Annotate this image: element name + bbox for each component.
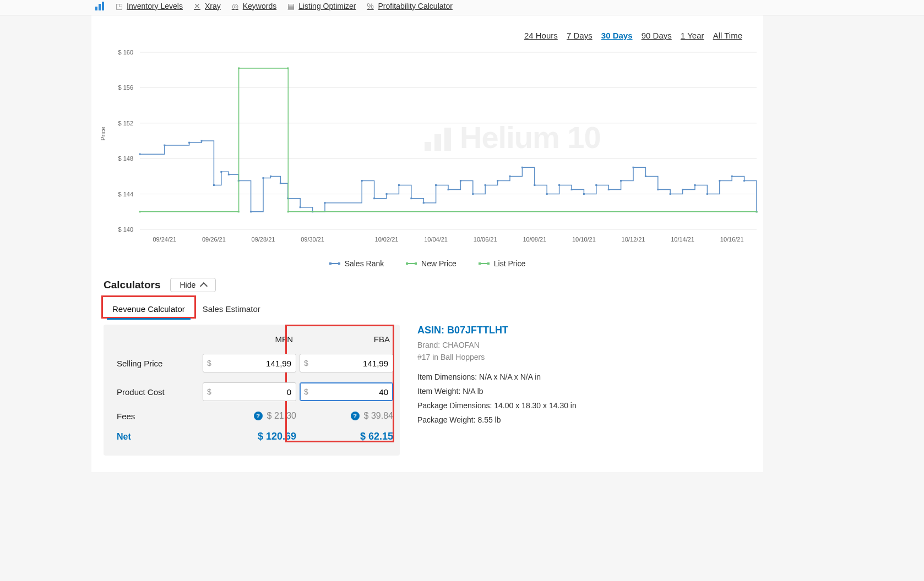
svg-rect-40: [270, 176, 271, 177]
time-range-selector: 24 Hours 7 Days 30 Days 90 Days 1 Year A…: [91, 15, 763, 48]
svg-rect-60: [534, 184, 535, 186]
legend-list-price[interactable]: List Price: [479, 259, 526, 268]
top-toolbar: ◳Inventory Levels ✕Xray ◎Keywords ▤Listi…: [0, 0, 924, 15]
svg-rect-38: [250, 211, 252, 212]
brand-text: Brand: CHAOFAN: [417, 341, 726, 349]
range-90d[interactable]: 90 Days: [642, 31, 672, 40]
page-icon: ▤: [286, 2, 295, 10]
svg-rect-54: [460, 180, 461, 182]
svg-rect-71: [670, 193, 671, 195]
svg-text:$ 156: $ 156: [118, 84, 133, 91]
svg-rect-73: [694, 184, 696, 186]
price-chart[interactable]: Price Helium 10 $ 140$ 144$ 148$ 152$ 15…: [101, 48, 763, 246]
row-net: Net: [117, 432, 199, 442]
nav-keywords[interactable]: ◎Keywords: [231, 2, 276, 10]
svg-rect-34: [213, 184, 215, 186]
svg-text:09/26/21: 09/26/21: [202, 236, 226, 243]
mfn-product-cost-input[interactable]: [203, 382, 296, 401]
tab-sales-estimator[interactable]: Sales Estimator: [194, 299, 269, 319]
svg-rect-59: [521, 167, 523, 168]
svg-rect-84: [756, 211, 758, 212]
svg-rect-39: [263, 177, 264, 179]
svg-text:$ 144: $ 144: [118, 191, 133, 198]
svg-rect-83: [287, 211, 289, 212]
svg-rect-32: [188, 142, 190, 144]
svg-rect-68: [633, 167, 634, 168]
range-30d[interactable]: 30 Days: [601, 31, 633, 40]
svg-rect-81: [238, 67, 240, 69]
rank-text: #17 in Ball Hoppers: [417, 353, 726, 361]
dollar-icon: $: [304, 359, 308, 368]
svg-rect-56: [485, 184, 486, 186]
row-selling-price: Selling Price: [117, 359, 199, 368]
hide-button[interactable]: Hide: [170, 278, 216, 292]
fba-net: $ 62.15: [300, 431, 393, 442]
product-info: ASIN: B07JFTTLHT Brand: CHAOFAN #17 in B…: [417, 325, 726, 430]
svg-text:09/30/21: 09/30/21: [301, 236, 324, 243]
range-7d[interactable]: 7 Days: [567, 31, 593, 40]
svg-text:10/12/21: 10/12/21: [622, 236, 645, 243]
range-1y[interactable]: 1 Year: [681, 31, 704, 40]
svg-rect-61: [546, 193, 548, 195]
mfn-selling-price-input[interactable]: [203, 354, 296, 372]
col-fba: FBA: [300, 335, 393, 344]
calculators-header: Calculators Hide: [91, 278, 763, 299]
helium10-logo-icon: [95, 1, 105, 11]
chart-legend: Sales Rank New Price List Price: [91, 246, 763, 278]
svg-rect-58: [509, 176, 511, 177]
target-icon: ◎: [231, 2, 240, 10]
svg-text:$ 148: $ 148: [118, 155, 133, 162]
svg-text:$ 160: $ 160: [118, 49, 133, 56]
svg-rect-67: [620, 180, 622, 182]
svg-rect-1: [99, 4, 101, 10]
legend-new-price[interactable]: New Price: [406, 259, 456, 268]
svg-rect-64: [583, 193, 585, 195]
svg-rect-41: [280, 183, 281, 184]
dollar-icon: $: [304, 387, 308, 396]
svg-text:10/04/21: 10/04/21: [424, 236, 448, 243]
asin-heading[interactable]: ASIN: B07JFTTLHT: [417, 325, 726, 336]
svg-rect-49: [398, 184, 400, 186]
svg-rect-36: [228, 174, 230, 176]
svg-rect-31: [164, 145, 165, 146]
range-all[interactable]: All Time: [713, 31, 742, 40]
range-24h[interactable]: 24 Hours: [524, 31, 558, 40]
legend-sales-rank[interactable]: Sales Rank: [329, 259, 384, 268]
svg-text:10/06/21: 10/06/21: [474, 236, 497, 243]
svg-text:09/24/21: 09/24/21: [153, 236, 176, 243]
row-product-cost: Product Cost: [117, 387, 199, 397]
nav-listing-optimizer[interactable]: ▤Listing Optimizer: [286, 2, 356, 10]
percent-icon: %: [366, 2, 374, 10]
box-icon: ◳: [115, 2, 123, 10]
svg-rect-0: [95, 7, 97, 10]
chevron-up-icon: [200, 282, 208, 290]
svg-rect-79: [139, 211, 141, 212]
dot-icon: [406, 263, 417, 264]
svg-rect-45: [324, 202, 326, 204]
fba-selling-price-input[interactable]: [300, 354, 393, 372]
info-icon[interactable]: ?: [351, 412, 360, 420]
svg-rect-74: [706, 193, 708, 195]
svg-rect-70: [657, 189, 659, 190]
tab-revenue-calculator[interactable]: Revenue Calculator: [104, 299, 194, 319]
svg-rect-35: [220, 171, 222, 173]
svg-rect-33: [201, 140, 203, 142]
svg-rect-51: [423, 202, 425, 204]
nav-profitability-calculator[interactable]: %Profitability Calculator: [366, 2, 452, 10]
svg-rect-57: [497, 180, 498, 182]
nav-inventory-levels[interactable]: ◳Inventory Levels: [115, 2, 183, 10]
mfn-fees: $ 21.30: [267, 411, 296, 421]
svg-rect-43: [300, 206, 301, 208]
info-icon[interactable]: ?: [254, 412, 263, 420]
calculator-tabs: Revenue Calculator Sales Estimator: [91, 299, 763, 319]
svg-text:10/14/21: 10/14/21: [671, 236, 694, 243]
fba-product-cost-input[interactable]: [300, 382, 393, 401]
nav-xray[interactable]: ✕Xray: [193, 2, 221, 10]
svg-text:$ 152: $ 152: [118, 120, 133, 127]
svg-rect-53: [448, 189, 449, 190]
revenue-calculator-panel: MFN FBA Selling Price $ $ Product Cost $…: [104, 325, 400, 456]
item-dimensions: Item Dimensions: N/A x N/A x N/A in: [417, 372, 726, 381]
svg-text:10/16/21: 10/16/21: [720, 236, 744, 243]
svg-rect-2: [102, 2, 104, 10]
svg-text:09/28/21: 09/28/21: [252, 236, 275, 243]
